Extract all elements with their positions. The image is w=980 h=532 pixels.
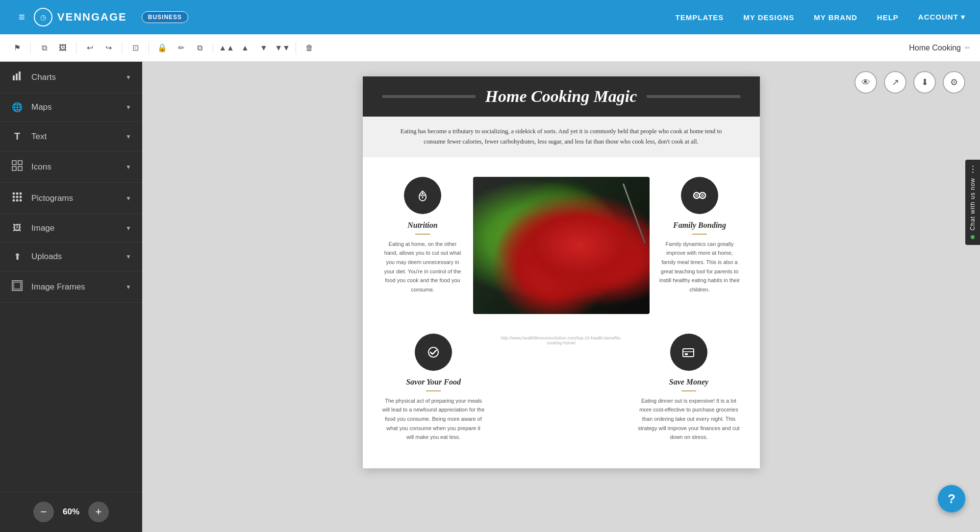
- svg-rect-0: [13, 75, 15, 80]
- svg-rect-25: [683, 349, 694, 357]
- toolbar-lock-icon[interactable]: 🔒: [155, 41, 170, 55]
- zoom-decrease-button[interactable]: −: [33, 502, 54, 522]
- family-bonding-divider: [692, 234, 707, 235]
- toolbar-duplicate-icon[interactable]: ⧉: [37, 41, 51, 55]
- sidebar-icons-left: Icons: [11, 160, 51, 173]
- title-edit-icon[interactable]: ✏: [965, 44, 970, 51]
- sidebar-item-image-frames[interactable]: Image Frames ▼: [0, 271, 142, 303]
- save-money-section: Save Money Eating dinner out is expensiv…: [632, 334, 745, 442]
- svg-point-8: [16, 193, 19, 195]
- chat-widget[interactable]: Chat with us now: [965, 160, 980, 245]
- toolbar-bring-forward-icon[interactable]: ▲: [238, 41, 252, 55]
- nutrition-text: Eating at home, on the other hand, allow…: [382, 240, 463, 294]
- icons-chevron: ▼: [126, 164, 131, 170]
- svg-point-10: [13, 196, 15, 198]
- sidebar-item-uploads[interactable]: ⬆ Uploads ▼: [0, 242, 142, 271]
- svg-rect-4: [18, 161, 22, 165]
- top-navigation: ≡ ◷ VENNGAGE BUSINESS TEMPLATES MY DESIG…: [0, 0, 980, 34]
- nutrition-divider: [415, 234, 430, 235]
- save-money-icon-circle: [670, 334, 707, 371]
- nav-my-brand[interactable]: MY BRAND: [814, 13, 857, 22]
- svg-point-23: [702, 194, 704, 196]
- sidebar-item-text[interactable]: T Text ▼: [0, 122, 142, 151]
- svg-point-7: [13, 193, 15, 195]
- chat-label: Chat with us now: [969, 178, 976, 230]
- nav-account[interactable]: ACCOUNT ▾: [918, 13, 965, 22]
- toolbar-flag-icon[interactable]: ⚑: [10, 41, 25, 55]
- dot-3: [972, 171, 974, 173]
- sidebar-item-icons[interactable]: Icons ▼: [0, 151, 142, 183]
- nutrition-title: Nutrition: [407, 221, 437, 230]
- chat-online-indicator: [971, 235, 975, 239]
- pictograms-icon: [11, 192, 24, 205]
- document-title: Home Cooking: [909, 44, 961, 52]
- toolbar-copy-icon[interactable]: ⧉: [192, 41, 207, 55]
- infographic-header: Home Cooking Magic: [363, 76, 760, 117]
- url-text: http://www.healthfitnessrevolution.com/t…: [495, 334, 628, 347]
- image-label: Image: [31, 223, 54, 233]
- toolbar-redo-icon[interactable]: ↪: [101, 41, 116, 55]
- help-icon: ?: [948, 491, 955, 507]
- toolbar-separator-3: [122, 42, 122, 54]
- image-icon: 🖼: [11, 223, 24, 233]
- nav-templates[interactable]: TEMPLATES: [676, 13, 724, 22]
- download-button[interactable]: ⬇: [913, 71, 936, 94]
- toolbar-send-backward-icon[interactable]: ▼: [256, 41, 271, 55]
- infographic-body: Nutrition Eating at home, on the other h…: [363, 157, 760, 461]
- dot-2: [972, 169, 974, 170]
- infographic-intro: Eating has become a tributary to sociali…: [363, 117, 760, 157]
- hamburger-menu[interactable]: ≡: [15, 7, 29, 27]
- svg-point-11: [16, 196, 19, 198]
- logo-text: VENNGAGE: [57, 11, 127, 24]
- food-image-inner: [473, 177, 650, 314]
- toolbar-edit-icon[interactable]: ✏: [174, 41, 188, 55]
- logo-icon: ◷: [34, 8, 52, 26]
- help-button[interactable]: ?: [938, 485, 965, 512]
- save-money-title: Save Money: [669, 378, 708, 387]
- sidebar-item-image[interactable]: 🖼 Image ▼: [0, 214, 142, 242]
- toolbar-separator-5: [213, 42, 213, 54]
- infographic: Home Cooking Magic Eating has become a t…: [363, 76, 760, 468]
- share-button[interactable]: ↗: [884, 71, 906, 94]
- family-bonding-section: Family Bonding Family dynamics can great…: [654, 177, 745, 294]
- toolbar-separator-6: [296, 42, 296, 54]
- toolbar-undo-icon[interactable]: ↩: [82, 41, 97, 55]
- nav-links: TEMPLATES MY DESIGNS MY BRAND HELP ACCOU…: [676, 13, 965, 22]
- nav-help[interactable]: HELP: [877, 13, 899, 22]
- toolbar-image-icon[interactable]: 🖼: [55, 41, 70, 55]
- sidebar-item-pictograms[interactable]: Pictograms ▼: [0, 183, 142, 214]
- eye-icon: 👁: [861, 77, 870, 88]
- svg-rect-5: [12, 167, 16, 170]
- zoom-increase-button[interactable]: +: [88, 502, 109, 522]
- uploads-label: Uploads: [31, 252, 62, 262]
- nav-my-designs[interactable]: MY DESIGNS: [743, 13, 794, 22]
- intro-text: Eating has become a tributary to sociali…: [392, 126, 730, 147]
- business-badge[interactable]: BUSINESS: [142, 11, 188, 23]
- family-bonding-text: Family dynamics can greatly improve with…: [659, 240, 740, 294]
- sidebar-item-charts[interactable]: Charts ▼: [0, 62, 142, 93]
- svg-rect-2: [19, 72, 21, 80]
- toolbar-delete-icon[interactable]: 🗑: [302, 41, 317, 55]
- svg-point-14: [16, 199, 19, 202]
- toolbar-separator-2: [76, 42, 76, 54]
- savor-food-text: The physical act of preparing your meals…: [382, 396, 485, 442]
- savor-food-divider: [426, 390, 441, 391]
- settings-button[interactable]: ⚙: [943, 71, 965, 94]
- maps-chevron: ▼: [126, 104, 131, 111]
- svg-point-13: [13, 199, 15, 202]
- svg-rect-3: [12, 161, 16, 165]
- pictograms-label: Pictograms: [31, 193, 73, 203]
- toolbar-resize-icon[interactable]: ⊡: [128, 41, 143, 55]
- preview-button[interactable]: 👁: [854, 71, 877, 94]
- sidebar-image-left: 🖼 Image: [11, 223, 54, 233]
- charts-label: Charts: [31, 73, 56, 82]
- svg-point-22: [696, 194, 698, 196]
- svg-rect-17: [14, 282, 21, 289]
- toolbar-bring-front-icon[interactable]: ▲▲: [219, 41, 234, 55]
- toolbar-send-back-icon[interactable]: ▼▼: [275, 41, 290, 55]
- zoom-value: 60%: [63, 507, 79, 517]
- sidebar: Charts ▼ 🌐 Maps ▼ T Text ▼ Icons: [0, 62, 142, 532]
- main-layout: Charts ▼ 🌐 Maps ▼ T Text ▼ Icons: [0, 62, 980, 532]
- image-frames-label: Image Frames: [31, 282, 85, 292]
- sidebar-item-maps[interactable]: 🌐 Maps ▼: [0, 93, 142, 122]
